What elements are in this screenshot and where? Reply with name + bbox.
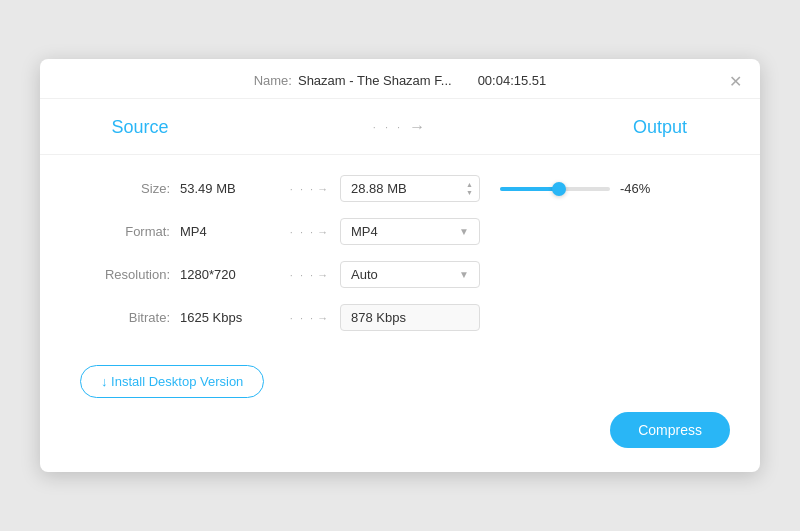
bottom-bar: Compress [40, 398, 760, 448]
format-select[interactable]: MP4 ▼ [340, 218, 480, 245]
bitrate-arrow: · · · → [280, 312, 340, 324]
format-source-value: MP4 [180, 224, 280, 239]
size-label: Size: [80, 181, 180, 196]
size-source-value: 53.49 MB [180, 181, 280, 196]
resolution-output-control: Auto ▼ [340, 261, 720, 288]
output-label: Output [600, 117, 720, 138]
size-select-value: 28.88 MB [351, 181, 407, 196]
size-output-control: 28.88 MB ▲ ▼ -46% [340, 175, 720, 202]
format-arrow: · · · → [280, 226, 340, 238]
format-row: Format: MP4 · · · → MP4 ▼ [80, 218, 720, 245]
resolution-select[interactable]: Auto ▼ [340, 261, 480, 288]
resolution-select-value: Auto [351, 267, 378, 282]
size-arrow: · · · → [280, 183, 340, 195]
size-slider-track[interactable] [500, 187, 610, 191]
format-output-control: MP4 ▼ [340, 218, 720, 245]
install-desktop-button[interactable]: ↓ Install Desktop Version [80, 365, 264, 398]
file-info: Name: Shazam - The Shazam F... 00:04:15.… [58, 73, 742, 88]
size-slider-wrap: -46% [500, 181, 658, 196]
size-slider-thumb[interactable] [552, 182, 566, 196]
bitrate-source-value: 1625 Kbps [180, 310, 280, 325]
resolution-row: Resolution: 1280*720 · · · → Auto ▼ [80, 261, 720, 288]
close-button[interactable]: ✕ [726, 73, 744, 91]
size-spinners[interactable]: ▲ ▼ [466, 181, 473, 196]
bitrate-input[interactable]: 878 Kbps [340, 304, 480, 331]
properties-content: Size: 53.49 MB · · · → 28.88 MB ▲ ▼ [40, 155, 760, 357]
compress-button[interactable]: Compress [610, 412, 730, 448]
file-name: Shazam - The Shazam F... [298, 73, 452, 88]
source-output-bar: Source · · · → Output [40, 99, 760, 155]
size-percent: -46% [620, 181, 658, 196]
resolution-arrow: · · · → [280, 269, 340, 281]
resolution-chevron-icon: ▼ [459, 269, 469, 280]
bitrate-value: 878 Kbps [351, 310, 406, 325]
name-label: Name: [254, 73, 292, 88]
bitrate-label: Bitrate: [80, 310, 180, 325]
title-bar: Name: Shazam - The Shazam F... 00:04:15.… [40, 59, 760, 99]
size-select[interactable]: 28.88 MB ▲ ▼ [340, 175, 480, 202]
size-slider-fill [500, 187, 559, 191]
bitrate-output-control: 878 Kbps [340, 304, 720, 331]
file-duration: 00:04:15.51 [478, 73, 547, 88]
source-label: Source [80, 117, 200, 138]
bitrate-row: Bitrate: 1625 Kbps · · · → 878 Kbps [80, 304, 720, 331]
format-label: Format: [80, 224, 180, 239]
format-select-value: MP4 [351, 224, 378, 239]
size-row: Size: 53.49 MB · · · → 28.88 MB ▲ ▼ [80, 175, 720, 202]
resolution-source-value: 1280*720 [180, 267, 280, 282]
main-window: Name: Shazam - The Shazam F... 00:04:15.… [40, 59, 760, 472]
resolution-label: Resolution: [80, 267, 180, 282]
format-chevron-icon: ▼ [459, 226, 469, 237]
source-to-output-arrow: · · · → [200, 118, 600, 136]
